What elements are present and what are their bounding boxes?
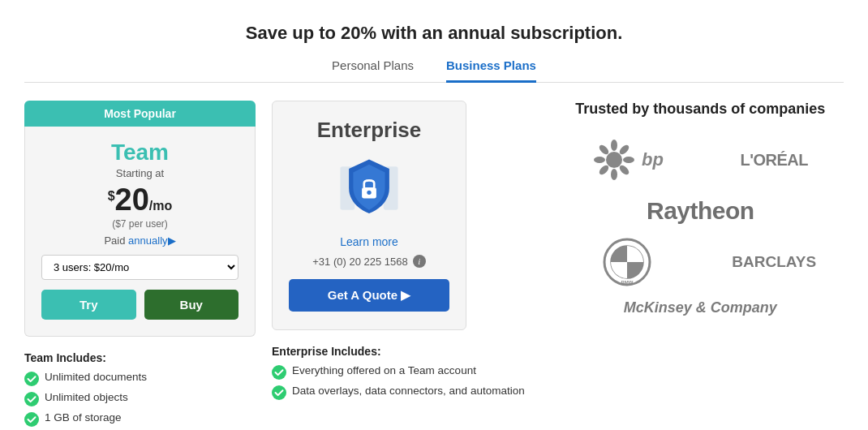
svg-point-10 — [611, 140, 617, 151]
tab-personal[interactable]: Personal Plans — [332, 58, 414, 83]
tabs: Personal Plans Business Plans — [24, 58, 844, 83]
team-includes-title: Team Includes: — [24, 351, 256, 364]
enterprise-plan-name: Enterprise — [289, 118, 449, 143]
ent-check-icon-1 — [272, 365, 286, 380]
phone-number: +31 (0) 20 225 1568 — [312, 256, 407, 268]
btn-row: Try Buy — [41, 290, 238, 320]
phone-row: +31 (0) 20 225 1568 i — [289, 255, 449, 268]
billing-label: Paid — [104, 234, 128, 247]
ent-feature-2: Data overlays, data connectors, and auto… — [272, 385, 525, 400]
team-feature-label-2: Unlimited objects — [45, 391, 128, 403]
svg-point-11 — [611, 169, 617, 180]
enterprise-card: Enterprise Learn more — [272, 101, 466, 330]
main-content: Most Popular Team Starting at $20/mo ($7… — [24, 101, 844, 430]
team-feature-label-3: 1 GB of storage — [45, 411, 122, 424]
price-per: /mo — [149, 199, 172, 213]
logos-grid: bp L'ORÉAL Raytheon — [557, 131, 844, 321]
starting-at-label: Starting at — [41, 167, 238, 179]
svg-point-2 — [24, 412, 39, 427]
trusted-title: Trusted by thousands of companies — [557, 101, 844, 118]
team-card: Team Starting at $20/mo ($7 per user) Pa… — [24, 127, 256, 337]
ent-feature-1: Everything offered on a Team account — [272, 364, 525, 380]
shield-container — [289, 156, 449, 221]
check-icon-2 — [24, 392, 39, 406]
loreal-text: L'ORÉAL — [740, 151, 807, 170]
price-sub: ($7 per user) — [41, 218, 238, 230]
svg-point-13 — [623, 157, 634, 163]
team-feature-label-1: Unlimited documents — [45, 371, 147, 383]
enterprise-includes: Enterprise Includes: Everything offered … — [272, 345, 525, 405]
svg-point-1 — [24, 392, 39, 406]
bp-text: bp — [642, 149, 664, 170]
logo-mckinsey: McKinsey & Company — [557, 295, 844, 321]
team-includes: Team Includes: Unlimited documents Unlim… — [24, 351, 256, 427]
ent-feature-label-2: Data overlays, data connectors, and auto… — [292, 385, 525, 397]
ent-check-icon-2 — [272, 385, 286, 400]
logo-bp: bp — [557, 131, 697, 189]
trusted-section: Trusted by thousands of companies — [541, 101, 844, 321]
barclays-text: BARCLAYS — [732, 253, 816, 271]
billing-row: Paid annually▶ — [41, 234, 238, 247]
team-feature-1: Unlimited documents — [24, 371, 256, 386]
ent-feature-label-1: Everything offered on a Team account — [292, 364, 476, 376]
billing-link[interactable]: annually — [128, 234, 167, 247]
tab-business[interactable]: Business Plans — [446, 58, 536, 83]
price-row: $20/mo — [41, 184, 238, 215]
most-popular-badge: Most Popular — [24, 101, 256, 127]
team-plan-name: Team — [41, 140, 238, 166]
team-feature-2: Unlimited objects — [24, 391, 256, 406]
user-select[interactable]: 3 users: $20/mo 5 users: $35/mo 10 users… — [41, 255, 238, 280]
logo-raytheon: Raytheon — [557, 192, 844, 230]
headline: Save up to 20% with an annual subscripti… — [24, 23, 844, 44]
svg-point-0 — [24, 372, 39, 386]
svg-point-9 — [606, 152, 622, 168]
check-icon-1 — [24, 372, 39, 386]
mckinsey-text: McKinsey & Company — [624, 299, 777, 316]
svg-point-8 — [272, 385, 286, 400]
buy-button[interactable]: Buy — [144, 290, 239, 320]
team-feature-3: 1 GB of storage — [24, 411, 256, 427]
shield-icon — [337, 156, 402, 221]
enterprise-column: Enterprise Learn more — [272, 101, 525, 405]
raytheon-text: Raytheon — [647, 197, 754, 225]
try-button[interactable]: Try — [41, 290, 136, 320]
svg-point-7 — [272, 365, 286, 380]
logo-loreal: L'ORÉAL — [704, 146, 844, 174]
get-quote-button[interactable]: Get A Quote ▶ — [289, 279, 449, 312]
logo-barclays: BARCLAYS — [704, 248, 844, 276]
price-amount: 20 — [115, 183, 149, 217]
svg-text:BMW: BMW — [621, 280, 633, 285]
svg-point-12 — [594, 157, 605, 163]
billing-arrow: ▶ — [168, 234, 176, 247]
logo-bmw: BMW — [557, 233, 697, 291]
team-card-wrapper: Most Popular Team Starting at $20/mo ($7… — [24, 101, 256, 430]
svg-point-6 — [367, 191, 371, 195]
learn-more-link[interactable]: Learn more — [289, 235, 449, 248]
check-icon-3 — [24, 412, 39, 427]
enterprise-includes-title: Enterprise Includes: — [272, 345, 525, 358]
price-currency: $ — [108, 189, 115, 204]
info-icon: i — [413, 255, 426, 268]
